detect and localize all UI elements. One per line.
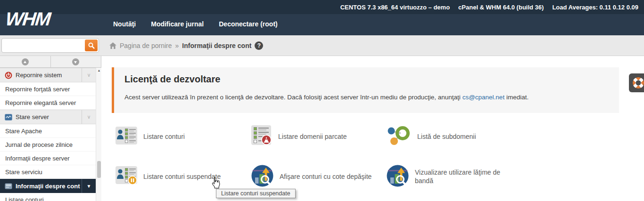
life-ring-icon [632, 76, 644, 89]
sidebar-scroll-buttons [0, 56, 101, 68]
sidebar-item-label: Informaţii despre cont [16, 183, 82, 190]
sidebar-item-label: Jurnal de procese zilnice [5, 141, 96, 148]
whm-logo[interactable]: WHM [5, 8, 51, 30]
whm-app: CENTOS 7.3 x86_64 virtuozzo – demo cPane… [0, 0, 644, 201]
chevron-expanded-icon[interactable]: ▼ [82, 179, 96, 193]
scrollbar-up-arrow-icon[interactable]: ▲ [97, 69, 101, 72]
arrow-up-icon [22, 58, 29, 65]
feature-label: Listare conturi suspendate [143, 172, 221, 181]
quota-exceeded-icon [251, 165, 273, 189]
header-nav: Noutăţi Modificare jurnal Deconectare (r… [113, 20, 278, 28]
sidebar-item-service-status[interactable]: Stare serviciu [0, 165, 96, 179]
feature-list-parked-domains[interactable]: Listare domenii parcate [251, 123, 379, 150]
sidebar-item-list-accounts[interactable]: Listare conturi [0, 193, 96, 201]
feature-label: Listă de subdomenii [417, 132, 476, 141]
subdomains-icon [387, 125, 411, 148]
sidebar-menu: Repornire sistem ∨ Repornire forţată ser… [0, 68, 96, 201]
support-widget-button[interactable] [629, 73, 644, 92]
notice-title: Licenţă de dezvoltare [124, 74, 220, 85]
sidebar-item-daily-process-log[interactable]: Jurnal de procese zilnice [0, 138, 96, 152]
sidebar-item-label: Listare conturi [5, 196, 96, 201]
arrow-down-icon [72, 58, 79, 65]
product-version-label: cPanel & WHM 64.0 (build 36) [458, 4, 544, 11]
bandwidth-usage-icon [387, 165, 409, 189]
list-accounts-icon [116, 126, 137, 147]
sidebar-item-label: Stare server [16, 113, 82, 121]
server-info-bar: CENTOS 7.3 x86_64 virtuozzo – demo cPane… [0, 0, 644, 14]
feature-list-suspended-accounts[interactable]: Listare conturi suspendate [116, 163, 248, 190]
sidebar-item-label: Repornire sistem [16, 72, 82, 79]
search-button[interactable] [85, 40, 98, 51]
parked-domains-icon [251, 125, 272, 148]
feature-list-accounts[interactable]: Listare conturi [116, 123, 243, 150]
tooltip-text: Listare conturi suspendate [221, 190, 290, 197]
nav-news[interactable]: Noutăţi [113, 20, 136, 28]
scroll-down-button[interactable] [51, 56, 102, 68]
sidebar-scrollbar[interactable]: ▲ [96, 68, 101, 201]
sidebar-item-label: Stare Apache [5, 128, 96, 135]
sidebar-item-forced-reboot[interactable]: Repornire forţată server [0, 82, 96, 96]
tooltip: Listare conturi suspendate [216, 189, 296, 198]
suspended-accounts-icon [116, 166, 137, 187]
hand-cursor-icon [210, 177, 221, 192]
load-averages-label: Load Averages: 0.11 0.12 0.09 [552, 4, 638, 11]
notice-text: Acest server utilizează în prezent o lic… [124, 94, 528, 101]
feature-label: Vizualizare utilizare lăţime de bandă [415, 168, 509, 185]
development-license-notice: Licenţă de dezvoltare Acest server utili… [112, 67, 619, 113]
sidebar-group-system-reboot[interactable]: Repornire sistem ∨ [0, 68, 96, 82]
nav-logout[interactable]: Deconectare (root) [219, 20, 277, 28]
sidebar-group-account-information[interactable]: Informaţii despre cont ▼ [0, 179, 96, 193]
scroll-up-button[interactable] [0, 56, 51, 68]
server-os-label: CENTOS 7.3 x86_64 virtuozzo – demo [340, 4, 450, 11]
server-status-icon [4, 113, 12, 121]
breadcrumb: Pagina de pornire » Informaţii despre co… [109, 35, 263, 56]
sidebar-item-label: Repornire forţată server [5, 86, 96, 93]
breadcrumb-band: Pagina de pornire » Informaţii despre co… [0, 35, 644, 56]
notice-text-after: imediat. [504, 94, 528, 101]
sidebar-item-apache-status[interactable]: Stare Apache [0, 124, 96, 138]
feature-label: Listare conturi [143, 132, 185, 141]
sidebar-item-label: Stare serviciu [5, 169, 96, 176]
chevron-down-icon[interactable]: ∨ [82, 110, 96, 124]
breadcrumb-current-page: Informaţii despre cont [182, 42, 251, 49]
power-icon [4, 71, 12, 79]
feature-label: Afişare conturi cu cote depăşite [280, 172, 372, 181]
account-info-icon [4, 182, 12, 190]
sidebar-group-server-status[interactable]: Stare server ∨ [0, 110, 96, 124]
feature-label: Listare domenii parcate [278, 132, 347, 141]
scrollbar-thumb[interactable] [97, 161, 101, 178]
cpanel-email-link[interactable]: cs@cpanel.net [462, 94, 505, 101]
feature-bandwidth-usage[interactable]: Vizualizare utilizare lăţime de bandă [387, 163, 509, 190]
app-header: CENTOS 7.3 x86_64 virtuozzo – demo cPane… [0, 0, 644, 35]
sidebar-item-label: Informaţii despre server [5, 155, 96, 162]
breadcrumb-home-link[interactable]: Pagina de pornire [120, 42, 172, 49]
sidebar: Repornire sistem ∨ Repornire forţată ser… [0, 56, 101, 201]
sidebar-search [1, 38, 99, 53]
notice-text-before: Acest server utilizează în prezent o lic… [124, 94, 462, 101]
home-icon [109, 42, 116, 49]
search-input[interactable] [4, 40, 83, 51]
breadcrumb-separator: » [175, 42, 179, 49]
sidebar-item-label: Repornire elegantă server [5, 99, 96, 106]
sidebar-item-server-information[interactable]: Informaţii despre server [0, 152, 96, 165]
chevron-down-icon[interactable]: ∨ [82, 68, 96, 82]
help-icon[interactable]: ? [255, 41, 263, 50]
sidebar-item-graceful-reboot[interactable]: Repornire elegantă server [0, 96, 96, 110]
nav-change-log[interactable]: Modificare jurnal [151, 20, 204, 28]
feature-quota-exceeded-accounts[interactable]: Afişare conturi cu cote depăşite [251, 163, 383, 190]
feature-list-subdomains[interactable]: Listă de subdomenii [387, 123, 523, 150]
search-icon [88, 42, 95, 49]
